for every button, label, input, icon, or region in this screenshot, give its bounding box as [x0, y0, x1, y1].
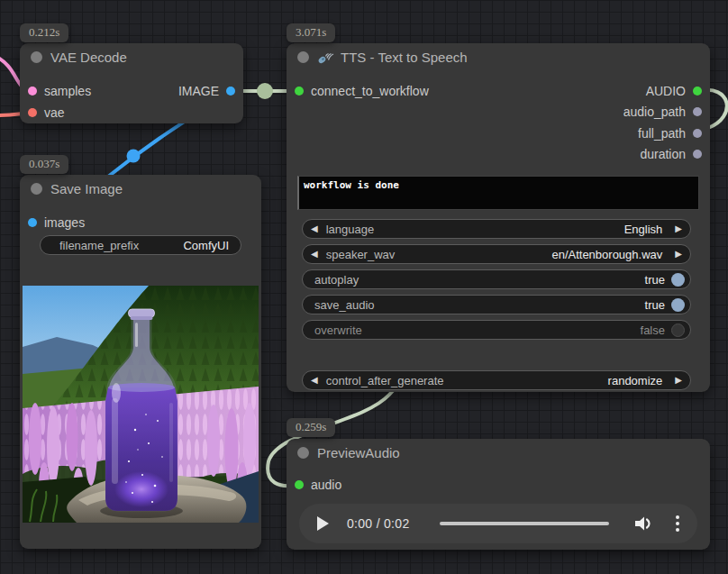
slot-label: vae — [44, 105, 65, 120]
node-title: PreviewAudio — [317, 445, 400, 460]
slot-label: AUDIO — [646, 84, 686, 98]
node-vae-decode[interactable]: VAE Decode samples vae IMAGE — [20, 43, 243, 123]
input-slot-connect-to-workflow: connect_to_workflow — [295, 82, 429, 100]
volume-icon — [632, 515, 654, 533]
node-preview-audio[interactable]: PreviewAudio audio 0:00 / 0:02 — [287, 439, 710, 550]
node-header: Save Image — [20, 175, 261, 202]
playback-time: 0:00 / 0:02 — [347, 516, 409, 531]
seek-bar[interactable] — [440, 522, 609, 525]
slot-label: samples — [44, 84, 91, 98]
reroute-dot-blue[interactable] — [127, 150, 141, 163]
widget-label: overwrite — [314, 323, 362, 337]
widget-label: save_audio — [314, 298, 375, 312]
node-header: VAE Decode — [20, 43, 243, 70]
slot-label: audio_path — [623, 105, 686, 119]
menu-dot — [676, 528, 679, 532]
timing-badge-preview-audio: 0.259s — [287, 418, 335, 437]
combo-right-arrow-icon[interactable]: ▶ — [675, 250, 682, 259]
slot-label: audio — [311, 478, 341, 492]
collapse-toggle[interactable] — [297, 51, 309, 63]
node-save-image[interactable]: Save Image images filename_prefix ComfyU… — [20, 175, 261, 549]
menu-dot — [676, 522, 679, 525]
reroute-dot-sage[interactable] — [257, 83, 273, 99]
widget-save-audio[interactable]: save_audio true — [302, 295, 691, 314]
slot-label: full_path — [638, 126, 686, 141]
player-menu-button[interactable] — [676, 515, 679, 532]
combo-left-arrow-icon[interactable]: ◀ — [311, 224, 318, 233]
port-audio-path-out[interactable] — [693, 107, 702, 116]
node-graph-canvas[interactable]: 0.212s 3.071s 0.037s 0.259s VAE Decode s… — [0, 0, 728, 574]
widget-label: speaker_wav — [326, 248, 396, 261]
port-connect-to-workflow[interactable] — [295, 87, 304, 96]
node-title: Save Image — [50, 181, 123, 196]
widget-value: false — [641, 323, 665, 337]
tts-status-textarea[interactable]: workflow is done — [297, 176, 699, 210]
node-header: PreviewAudio — [287, 439, 710, 466]
generated-image-preview — [23, 286, 259, 523]
port-vae[interactable] — [28, 108, 37, 117]
port-audio-out[interactable] — [693, 87, 702, 96]
input-slot-samples: samples — [28, 82, 91, 100]
widget-value: English — [624, 223, 663, 236]
widget-label: filename_prefix — [59, 239, 139, 252]
input-slot-audio: audio — [295, 476, 341, 494]
widget-autoplay[interactable]: autoplay true — [302, 269, 691, 289]
combo-right-arrow-icon[interactable]: ▶ — [675, 376, 682, 385]
node-title: TTS - Text to Speech — [341, 50, 468, 65]
port-samples[interactable] — [28, 87, 37, 96]
output-slot-image: IMAGE — [178, 82, 235, 100]
combo-right-arrow-icon[interactable]: ▶ — [675, 224, 682, 233]
combo-left-arrow-icon[interactable]: ◀ — [311, 250, 318, 259]
input-slot-vae: vae — [28, 104, 65, 122]
widget-value: en/Attenborough.wav — [551, 248, 662, 261]
widget-value: true — [645, 273, 665, 287]
output-slot-audio-path: audio_path — [623, 103, 702, 121]
audio-player: 0:00 / 0:02 — [299, 504, 697, 543]
combo-left-arrow-icon[interactable]: ◀ — [311, 376, 318, 385]
play-button[interactable] — [317, 516, 329, 531]
node-title: VAE Decode — [50, 50, 127, 65]
output-slot-audio: AUDIO — [646, 82, 702, 100]
timing-badge-tts: 3.071s — [287, 23, 335, 42]
collapse-toggle[interactable] — [31, 51, 42, 63]
collapse-toggle[interactable] — [31, 183, 42, 195]
menu-dot — [676, 515, 679, 519]
timing-badge-vae-decode: 0.212s — [20, 23, 68, 42]
output-slot-full-path: full_path — [638, 124, 702, 142]
widget-value: true — [645, 298, 665, 312]
output-slot-duration: duration — [640, 145, 702, 163]
port-audio[interactable] — [295, 480, 304, 489]
port-images[interactable] — [28, 218, 37, 227]
widget-language[interactable]: ◀ language English ▶ — [302, 219, 691, 239]
widget-label: control_after_generate — [326, 374, 444, 387]
widget-speaker-wav[interactable]: ◀ speaker_wav en/Attenborough.wav ▶ — [302, 244, 691, 264]
widget-label: autoplay — [314, 273, 359, 287]
slot-label: duration — [640, 147, 686, 161]
volume-button[interactable] — [632, 515, 654, 533]
slot-label: IMAGE — [178, 84, 219, 98]
toggle-indicator[interactable] — [671, 298, 685, 312]
widget-label: language — [326, 223, 375, 236]
toggle-indicator[interactable] — [671, 323, 685, 337]
node-header: TTS - Text to Speech — [287, 43, 710, 70]
widget-value: randomize — [608, 374, 663, 387]
widget-control-after-generate[interactable]: ◀ control_after_generate randomize ▶ — [302, 370, 691, 390]
port-duration-out[interactable] — [693, 150, 702, 159]
input-slot-images: images — [28, 214, 85, 232]
slot-label: images — [44, 215, 85, 230]
speaker-waves-icon — [317, 50, 334, 65]
node-tts[interactable]: TTS - Text to Speech connect_to_workflow… — [287, 43, 710, 392]
port-image-out[interactable] — [226, 87, 235, 96]
collapse-toggle[interactable] — [297, 447, 309, 459]
widget-filename-prefix[interactable]: filename_prefix ComfyUI — [40, 235, 241, 255]
toggle-indicator[interactable] — [671, 273, 685, 287]
timing-badge-save-image: 0.037s — [20, 155, 68, 174]
port-full-path-out[interactable] — [693, 129, 702, 138]
widget-overwrite[interactable]: overwrite false — [302, 320, 691, 340]
slot-label: connect_to_workflow — [311, 84, 429, 98]
widget-value: ComfyUI — [183, 239, 229, 252]
